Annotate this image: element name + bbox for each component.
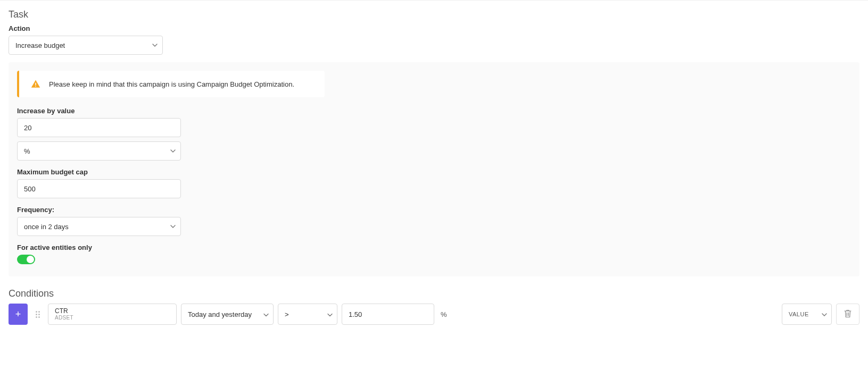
condition-value: 1.50 bbox=[349, 310, 362, 318]
drag-handle-icon[interactable] bbox=[32, 304, 44, 325]
condition-operator-select[interactable]: > bbox=[278, 304, 337, 325]
frequency-label: Frequency: bbox=[17, 206, 851, 214]
condition-type-select[interactable]: VALUE bbox=[782, 304, 832, 325]
svg-rect-1 bbox=[35, 86, 36, 87]
increase-by-value-input[interactable] bbox=[17, 118, 181, 137]
task-config-panel: Please keep in mind that this campaign i… bbox=[9, 62, 859, 276]
increase-by-label: Increase by value bbox=[17, 107, 851, 115]
condition-metric-select[interactable]: CTR ADSET bbox=[48, 304, 177, 325]
active-entities-label: For active entities only bbox=[17, 243, 851, 251]
chevron-down-icon bbox=[822, 311, 827, 317]
conditions-section: Conditions + CTR ADSET Today and yesterd… bbox=[9, 288, 859, 325]
add-condition-button[interactable]: + bbox=[9, 304, 28, 325]
action-select-value: Increase budget bbox=[15, 41, 65, 49]
max-budget-cap-label: Maximum budget cap bbox=[17, 168, 851, 176]
condition-row: + CTR ADSET Today and yesterday > 1.50 % bbox=[9, 304, 859, 325]
warning-icon bbox=[31, 79, 40, 89]
increase-unit-value: % bbox=[24, 147, 30, 155]
action-label: Action bbox=[9, 24, 859, 32]
cbo-warning-alert: Please keep in mind that this campaign i… bbox=[17, 71, 325, 97]
task-title: Task bbox=[9, 9, 859, 20]
chevron-down-icon bbox=[327, 310, 333, 318]
active-entities-toggle[interactable] bbox=[17, 255, 35, 264]
alert-text: Please keep in mind that this campaign i… bbox=[49, 80, 294, 88]
trash-icon bbox=[844, 309, 852, 319]
condition-timeframe-value: Today and yesterday bbox=[188, 310, 252, 318]
chevron-down-icon bbox=[263, 310, 269, 318]
condition-operator-value: > bbox=[285, 310, 289, 318]
frequency-value: once in 2 days bbox=[24, 223, 69, 231]
max-budget-cap-input[interactable] bbox=[17, 179, 181, 198]
frequency-select[interactable]: once in 2 days bbox=[17, 217, 181, 236]
task-section: Task Action Increase budget Please keep … bbox=[9, 9, 859, 276]
condition-metric-level: ADSET bbox=[55, 315, 73, 321]
increase-by-unit-select[interactable]: % bbox=[17, 141, 181, 161]
condition-timeframe-select[interactable]: Today and yesterday bbox=[181, 304, 274, 325]
conditions-title: Conditions bbox=[9, 288, 859, 299]
condition-unit-label: % bbox=[439, 304, 778, 325]
svg-rect-0 bbox=[35, 83, 36, 86]
condition-value-input[interactable]: 1.50 bbox=[342, 304, 434, 325]
delete-condition-button[interactable] bbox=[836, 304, 859, 325]
action-select[interactable]: Increase budget bbox=[9, 36, 163, 55]
condition-type-value: VALUE bbox=[789, 311, 809, 317]
condition-metric-name: CTR bbox=[55, 307, 68, 315]
